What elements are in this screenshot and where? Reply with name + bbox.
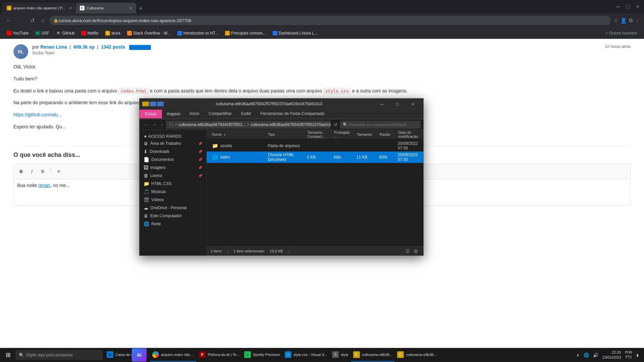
col-name[interactable]: Nome ▲ <box>209 132 265 136</box>
addr-back[interactable]: ← <box>142 121 150 128</box>
new-tab-button[interactable]: + <box>138 4 144 13</box>
sidebar-item-images[interactable]: 🖼 Imagens 📌 <box>140 164 206 172</box>
list-view-icon[interactable]: ☰ <box>404 248 411 254</box>
taskbar-app-vscode[interactable]: { } style.css - Visual S... <box>283 348 329 362</box>
ribbon-tab-exibir[interactable]: Exibir <box>236 109 256 119</box>
sidebar-item-desktop[interactable]: 🖥 Área de Trabalho 📌 <box>140 139 206 147</box>
tab-1[interactable]: a arquivo index não aparece | Prat... × <box>3 3 76 13</box>
ai-icon-area[interactable]: Ai <box>132 348 147 362</box>
sidebar-onedrive-label: OneDrive - Personal <box>150 205 187 210</box>
extensions-icon[interactable]: ⧉ <box>629 17 633 24</box>
italic-button[interactable]: I <box>27 167 37 176</box>
ribbon-tab-inicio[interactable]: Início <box>185 109 204 119</box>
sidebar-item-network[interactable]: 🌐 Rede <box>140 220 206 228</box>
tab-1-favicon: a <box>7 6 11 10</box>
taskbar-corner[interactable]: ▮ <box>635 350 640 360</box>
bookmark-alura[interactable]: a alura <box>103 29 123 37</box>
bookmark-stackoverflow[interactable]: Stack Overflow - W... <box>124 29 173 37</box>
breadcrumb-short: ⬛ <box>169 122 173 127</box>
volume-icon[interactable]: 🔊 <box>592 352 600 358</box>
computer-icon: 🖥 <box>144 213 148 219</box>
table-row[interactable]: 📁 assets Pasta de arquivos 20/09/2022 07… <box>207 140 423 152</box>
ribbon-tab-extract[interactable]: Extrair <box>140 110 162 118</box>
maximize-button[interactable]: □ <box>624 3 632 10</box>
explorer-maximize[interactable]: □ <box>390 99 405 109</box>
sidebar-item-music[interactable]: 🎵 Músicas <box>140 188 206 196</box>
address-input[interactable]: 🔒 cursos.alura.com.br/forum/topico-arqui… <box>49 16 611 25</box>
taskbar-app-culturama1[interactable]: C culturama-e8b36... <box>351 348 395 362</box>
sidebar-item-downloads[interactable]: ⬇ Downloads 📌 <box>140 147 206 156</box>
minimize-button[interactable]: ─ <box>614 3 622 10</box>
sidebar-images-label: Imagens <box>150 165 166 170</box>
ribbon-tab-compartilhar[interactable]: Compartilhar <box>204 109 236 119</box>
chrome-app-label: arquivo index não ... <box>161 353 194 357</box>
col-compact[interactable]: Tamanho Compact... <box>305 130 331 138</box>
col-type[interactable]: Tipo <box>265 132 305 136</box>
tab-2[interactable]: C Culturama × <box>76 3 136 13</box>
sidebar-item-htmlcss[interactable]: 📁 HTML CSS <box>140 180 206 188</box>
sidebar-quick-access: ★ Acesso rápido 🖥 Área de Trabalho 📌 ⬇ D… <box>140 133 206 228</box>
breadcrumb-bar[interactable]: ⬛ > culturama-e8b36aa5679342f07f552... >… <box>166 121 331 129</box>
start-button[interactable]: ⊞ <box>1 348 15 362</box>
bookmark-star-icon[interactable]: ☆ <box>613 17 618 24</box>
col-protected[interactable]: Protegido ... <box>331 130 354 138</box>
reload-button[interactable]: ↺ <box>28 16 37 25</box>
file-list: 📁 assets Pasta de arquivos 20/09/2022 07… <box>207 139 423 246</box>
forward-button[interactable]: → <box>16 16 25 25</box>
taskbar-search[interactable]: 🔍 Digite aqui para pesquisar <box>15 350 103 360</box>
sidebar-item-videos[interactable]: 🎬 Vídeos <box>140 196 206 204</box>
table-row[interactable]: 🌐 index Chrome HTML Document 2 KB Não 11… <box>207 152 423 163</box>
addr-forward[interactable]: → <box>151 121 158 128</box>
taskbar-app-chrome[interactable]: arquivo index não ... <box>150 348 196 362</box>
back-button[interactable]: ← <box>4 16 13 25</box>
network-icon-taskbar[interactable]: 🌐 <box>582 352 590 358</box>
bookmark-youtube[interactable]: YouTube <box>4 29 31 37</box>
sidebar-item-onedrive[interactable]: ☁ OneDrive - Personal <box>140 204 206 212</box>
col-date[interactable]: Data de modificação <box>395 130 421 138</box>
chevron-up-icon[interactable]: ∧ <box>575 352 581 358</box>
bold-button[interactable]: B <box>16 167 26 176</box>
taskbar-app-culturama2[interactable]: C culturama-e8b36... <box>395 348 439 362</box>
bookmark-usf[interactable]: U USF <box>33 29 52 37</box>
strikethrough-button[interactable]: S <box>38 167 47 176</box>
search-input[interactable] <box>349 123 418 127</box>
bookmark-github[interactable]: ⦿ GitHub <box>53 29 77 37</box>
detail-view-icon[interactable]: ⊞ <box>413 248 419 254</box>
bookmark-intro[interactable]: Introduction to HT... <box>175 29 221 37</box>
editor-link[interactable]: renan <box>38 183 50 188</box>
col-ratio[interactable]: Razão <box>377 132 396 136</box>
addr-up[interactable]: ↑ <box>160 121 165 128</box>
sidebar-item-computer[interactable]: 🖥 Este Computador <box>140 212 206 220</box>
ribbon-tab-ferramentas[interactable]: Ferramentas de Pasta Compactada <box>256 109 329 119</box>
bookmark-netflix[interactable]: Netflix <box>79 29 101 37</box>
taskbar-app-style[interactable]: S style <box>330 348 351 362</box>
clock-display[interactable]: 22:20 23/01/2023 <box>601 350 622 360</box>
author-name[interactable]: Renan Lima <box>40 44 67 50</box>
addr-refresh[interactable]: ↺ <box>332 121 339 128</box>
github-link[interactable]: https://github.com/alu... <box>13 112 62 117</box>
taskbar-app-pfofoca[interactable]: P Pfofoca-do-tk | Te... <box>197 348 241 362</box>
ribbon-tab-arquivo[interactable]: Arquivo <box>162 110 185 118</box>
taskbar-app-spotify[interactable]: ♪ Spotify Premium <box>242 348 282 362</box>
sidebar-item-trash[interactable]: 🗑 Lixeira 📌 <box>140 172 206 180</box>
bookmark-principais[interactable]: Principais comuni... <box>222 29 269 37</box>
windows-icon: ⊞ <box>6 351 11 359</box>
tab-2-close[interactable]: × <box>129 5 132 11</box>
home-button[interactable]: ⌂ <box>39 16 47 25</box>
more-toolbar-button[interactable]: ≡ <box>54 167 63 176</box>
bookmark-alura-label: alura <box>111 31 120 36</box>
outros-favoritos[interactable]: » Outros favoritos <box>603 29 640 37</box>
close-window-button[interactable]: × <box>634 3 641 10</box>
bookmark-dashboard[interactable]: Dashboard | Alura L... <box>270 29 320 37</box>
explorer-minimize[interactable]: ─ <box>374 99 390 109</box>
sidebar-item-documents[interactable]: 📄 Documentos 📌 <box>140 156 206 164</box>
images-icon: 🖼 <box>144 165 148 170</box>
more-icon[interactable]: ⋮ <box>635 17 640 24</box>
profile-icon[interactable]: 👤 <box>620 17 627 24</box>
folder-icon: 📁 <box>212 143 218 149</box>
col-size[interactable]: Tamanho <box>354 132 377 136</box>
explorer-close[interactable]: × <box>405 99 421 109</box>
search-box[interactable]: 🔍 <box>340 121 421 129</box>
tab-1-close[interactable]: × <box>69 5 72 11</box>
editor-rest: , no me... <box>50 183 70 188</box>
